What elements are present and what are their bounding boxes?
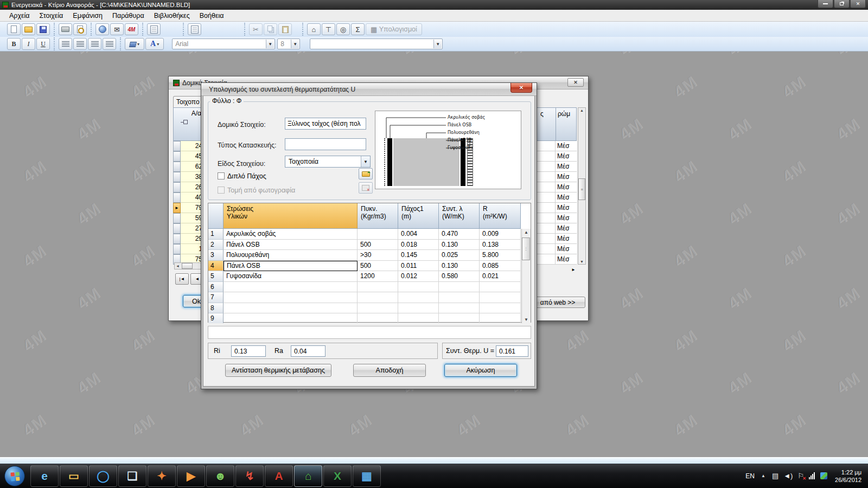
cell-thickness[interactable]: 0.145 bbox=[398, 250, 439, 261]
cell-thickness[interactable]: 0.012 bbox=[398, 271, 439, 282]
print-preview-button[interactable] bbox=[73, 23, 87, 35]
open-button[interactable] bbox=[22, 23, 35, 35]
cell-r[interactable]: 0.138 bbox=[480, 240, 521, 251]
chevron-down-icon[interactable]: ▼ bbox=[291, 40, 299, 48]
row-selector[interactable] bbox=[173, 213, 181, 223]
network-signal-icon[interactable] bbox=[809, 472, 815, 479]
scroll-up-icon[interactable]: ▲ bbox=[578, 108, 585, 112]
cell-lambda[interactable]: 0.580 bbox=[439, 271, 480, 282]
web-button[interactable] bbox=[95, 23, 109, 35]
row-selector[interactable] bbox=[173, 234, 181, 244]
column-header[interactable]: R(m²K/W) bbox=[480, 203, 521, 229]
cancel-button[interactable]: Ακύρωση bbox=[444, 364, 517, 377]
menu-item-0[interactable]: Αρχεία bbox=[4, 11, 35, 21]
row-number[interactable]: 8 bbox=[208, 303, 224, 314]
cell-density[interactable]: >30 bbox=[358, 250, 398, 261]
row-selector[interactable] bbox=[173, 162, 181, 172]
cell-thickness[interactable] bbox=[398, 303, 439, 314]
open-library-button[interactable] bbox=[359, 168, 373, 179]
row-selector[interactable] bbox=[173, 172, 181, 182]
bold-button[interactable]: B bbox=[7, 38, 21, 50]
thermal-resistance-button[interactable]: Αντίσταση θερμικής μετάβασης bbox=[225, 364, 331, 377]
cell-r[interactable]: 0.021 bbox=[480, 271, 521, 282]
menu-item-4[interactable]: Βιβλιοθήκες bbox=[149, 11, 195, 21]
font-size-combo[interactable]: 8 ▼ bbox=[277, 38, 300, 49]
row-selector[interactable]: ► bbox=[173, 203, 181, 213]
library-from-web-button[interactable]: από web >> bbox=[530, 297, 585, 308]
cell-density[interactable]: 1200 bbox=[358, 271, 398, 282]
cell-r[interactable] bbox=[480, 292, 521, 303]
cell-thickness[interactable] bbox=[398, 292, 439, 303]
close-icon[interactable]: ✕ bbox=[567, 78, 584, 87]
double-thickness-checkbox[interactable] bbox=[218, 172, 225, 179]
cell-r[interactable]: 0.009 bbox=[480, 229, 521, 240]
row-selector[interactable] bbox=[173, 151, 181, 162]
align-left-button[interactable] bbox=[59, 38, 72, 50]
media-player-button[interactable]: ▶ bbox=[177, 465, 205, 487]
row-selector[interactable] bbox=[173, 192, 181, 203]
row-number[interactable]: 6 bbox=[208, 282, 224, 293]
row-number[interactable]: 7 bbox=[208, 292, 224, 303]
energy-app-button[interactable]: ⌂ bbox=[294, 465, 322, 487]
cell-lambda[interactable] bbox=[439, 313, 480, 323]
cell-r[interactable] bbox=[480, 282, 521, 293]
cell-lambda[interactable]: 0.025 bbox=[439, 250, 480, 261]
new-button[interactable] bbox=[7, 23, 21, 35]
row-number[interactable]: 5 bbox=[208, 271, 224, 282]
cell-density[interactable]: 500 bbox=[358, 240, 398, 251]
cell-material[interactable] bbox=[224, 282, 358, 293]
chevron-down-icon[interactable]: ▼ bbox=[266, 40, 274, 48]
ri-input[interactable]: 0.13 bbox=[231, 345, 266, 357]
tray-expand-icon[interactable]: ▲ bbox=[761, 473, 765, 478]
windows-explorer-button[interactable]: ▭ bbox=[60, 465, 88, 487]
circle-app-button[interactable]: ◯ bbox=[89, 465, 117, 487]
cell-density[interactable] bbox=[358, 282, 398, 293]
cell-material[interactable] bbox=[224, 292, 358, 303]
cell-thickness[interactable] bbox=[398, 282, 439, 293]
cell-thickness[interactable]: 0.018 bbox=[398, 240, 439, 251]
chevron-down-icon[interactable]: ▼ bbox=[361, 156, 370, 167]
menu-item-2[interactable]: Εμφάνιση bbox=[68, 11, 107, 21]
tsquare-button[interactable]: ⊤ bbox=[322, 23, 335, 35]
scroll-down-icon[interactable]: ▼ bbox=[578, 260, 585, 264]
cell-lambda[interactable]: 0.130 bbox=[439, 240, 480, 251]
row-selector[interactable] bbox=[173, 182, 181, 192]
row-number[interactable]: 3 bbox=[208, 250, 224, 261]
autocad-button[interactable]: A bbox=[265, 465, 293, 487]
ra-input[interactable]: 0.04 bbox=[291, 345, 326, 357]
copy-button[interactable] bbox=[264, 23, 277, 35]
align-justify-button[interactable] bbox=[103, 38, 116, 50]
row-number[interactable]: 1 bbox=[208, 229, 224, 240]
horizontal-scrollbar[interactable]: ◄ bbox=[174, 262, 202, 269]
cell-density[interactable] bbox=[358, 292, 398, 303]
paste-button[interactable] bbox=[278, 23, 292, 35]
column-header[interactable]: ΣτρώσειςΥλικών bbox=[224, 203, 358, 229]
column-header-index[interactable] bbox=[208, 203, 224, 229]
scrollbar-thumb[interactable]: ≡ bbox=[578, 178, 585, 200]
menu-item-1[interactable]: Στοιχεία bbox=[35, 11, 68, 21]
accept-button[interactable]: Αποδοχή bbox=[353, 364, 426, 377]
cell-r[interactable] bbox=[480, 303, 521, 314]
cell-material[interactable] bbox=[224, 303, 358, 314]
close-icon[interactable]: ✕ bbox=[510, 83, 532, 93]
row-selector[interactable] bbox=[173, 244, 181, 254]
row-number[interactable]: 9 bbox=[208, 313, 224, 323]
row-number[interactable]: 4 bbox=[208, 261, 224, 272]
cell-density[interactable]: 500 bbox=[358, 261, 398, 272]
column-header[interactable]: Πυκν.(Kgr/m3) bbox=[358, 203, 398, 229]
scrollbar-thumb[interactable] bbox=[182, 263, 193, 269]
cell-lambda[interactable] bbox=[439, 303, 480, 314]
style-combo[interactable]: ▼ bbox=[310, 38, 443, 49]
image-viewer-button[interactable]: ▦ bbox=[353, 465, 381, 487]
cell-lambda[interactable]: 0.470 bbox=[439, 229, 480, 240]
cell-density[interactable] bbox=[358, 229, 398, 240]
underline-button[interactable]: U bbox=[36, 38, 50, 50]
column-header[interactable]: Συντ. λ(W/mK) bbox=[439, 203, 480, 229]
cell-material[interactable]: Πάνελ OSB bbox=[224, 261, 358, 272]
row-selector[interactable] bbox=[173, 223, 181, 234]
target-button[interactable]: ◎ bbox=[336, 23, 350, 35]
photo-gallery-button[interactable]: ❏ bbox=[118, 465, 146, 487]
sum-button[interactable]: Σ bbox=[351, 23, 365, 35]
action-center-flag-icon[interactable]: ⚐✕ bbox=[797, 472, 804, 480]
cell-r[interactable]: 5.800 bbox=[480, 250, 521, 261]
